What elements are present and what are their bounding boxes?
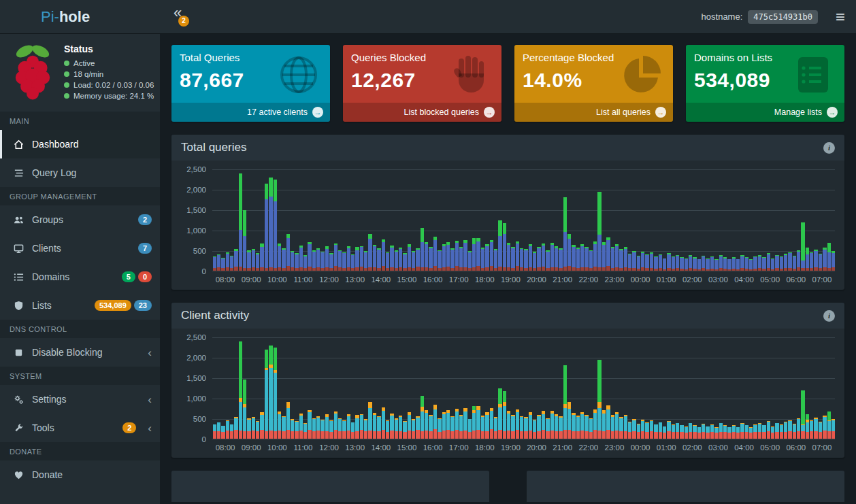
bar[interactable] <box>793 169 796 271</box>
bar[interactable] <box>567 337 571 439</box>
bar[interactable] <box>364 337 367 439</box>
bar[interactable] <box>468 169 472 271</box>
bar[interactable] <box>628 337 631 439</box>
bar[interactable] <box>710 337 714 439</box>
bar[interactable] <box>325 337 329 439</box>
bar[interactable] <box>576 169 580 271</box>
bar[interactable] <box>234 337 237 439</box>
bar[interactable] <box>706 169 709 271</box>
bar[interactable] <box>347 337 350 439</box>
bar[interactable] <box>710 169 714 271</box>
bar[interactable] <box>286 337 290 439</box>
bar[interactable] <box>355 169 359 271</box>
bar[interactable] <box>784 337 787 439</box>
bar[interactable] <box>767 337 770 439</box>
bar[interactable] <box>529 169 532 271</box>
bar[interactable] <box>676 337 679 439</box>
bar[interactable] <box>624 169 627 271</box>
bar[interactable] <box>342 169 346 271</box>
bar[interactable] <box>784 169 787 271</box>
bar[interactable] <box>654 337 657 439</box>
bar[interactable] <box>580 337 584 439</box>
bar[interactable] <box>672 169 675 271</box>
bar[interactable] <box>606 337 610 439</box>
bar[interactable] <box>624 337 627 439</box>
bar[interactable] <box>239 337 242 439</box>
bar[interactable] <box>832 337 835 439</box>
bar[interactable] <box>269 337 272 439</box>
bar[interactable] <box>689 337 692 439</box>
bar[interactable] <box>320 337 324 439</box>
bar[interactable] <box>485 169 489 271</box>
bar[interactable] <box>463 337 467 439</box>
bar[interactable] <box>390 169 393 271</box>
bar[interactable] <box>745 337 748 439</box>
bar[interactable] <box>507 169 510 271</box>
bar[interactable] <box>312 169 316 271</box>
bar[interactable] <box>412 169 415 271</box>
bar[interactable] <box>386 169 389 271</box>
bar[interactable] <box>749 169 753 271</box>
bar[interactable] <box>611 169 614 271</box>
bar[interactable] <box>827 169 831 271</box>
bar[interactable] <box>827 337 831 439</box>
bar[interactable] <box>295 337 298 439</box>
bar[interactable] <box>650 337 653 439</box>
blocked-queries-link[interactable]: List blocked queries → <box>343 103 501 122</box>
bar[interactable] <box>490 169 493 271</box>
bar[interactable] <box>308 337 311 439</box>
bar[interactable] <box>299 337 303 439</box>
active-clients-link[interactable]: 17 active clients → <box>171 103 330 122</box>
bar[interactable] <box>693 337 696 439</box>
bar[interactable] <box>550 169 554 271</box>
bar[interactable] <box>597 337 601 439</box>
bar[interactable] <box>446 337 450 439</box>
bar[interactable] <box>472 169 476 271</box>
sidebar-item-disable-blocking[interactable]: Disable Blocking ‹ <box>0 338 160 367</box>
bar[interactable] <box>567 169 571 271</box>
bar[interactable] <box>503 169 506 271</box>
bar[interactable] <box>580 169 584 271</box>
bar[interactable] <box>597 169 601 271</box>
bar[interactable] <box>736 337 740 439</box>
bar[interactable] <box>753 169 757 271</box>
bar[interactable] <box>408 337 411 439</box>
bar[interactable] <box>806 337 809 439</box>
bar[interactable] <box>611 337 614 439</box>
bar[interactable] <box>243 337 246 439</box>
bar[interactable] <box>368 337 372 439</box>
bar[interactable] <box>663 169 666 271</box>
bar[interactable] <box>221 169 225 271</box>
bar[interactable] <box>433 337 437 439</box>
bar[interactable] <box>399 169 402 271</box>
bar[interactable] <box>342 337 346 439</box>
bar[interactable] <box>498 169 501 271</box>
bar[interactable] <box>632 337 636 439</box>
bar[interactable] <box>416 337 419 439</box>
bar[interactable] <box>672 337 675 439</box>
bar[interactable] <box>797 337 800 439</box>
bar[interactable] <box>819 169 822 271</box>
bar[interactable] <box>524 337 527 439</box>
bar[interactable] <box>689 169 692 271</box>
sidebar-item-lists[interactable]: Lists 534,089 23 <box>0 291 160 320</box>
sidebar-item-donate[interactable]: Donate <box>0 460 160 489</box>
bar[interactable] <box>329 337 333 439</box>
bar[interactable] <box>312 337 316 439</box>
bar[interactable] <box>714 337 718 439</box>
bar[interactable] <box>758 169 761 271</box>
bar[interactable] <box>269 169 272 271</box>
bar[interactable] <box>771 169 774 271</box>
bar[interactable] <box>680 337 683 439</box>
bar[interactable] <box>797 169 800 271</box>
bar[interactable] <box>265 169 268 271</box>
bar[interactable] <box>546 337 549 439</box>
bar[interactable] <box>550 337 554 439</box>
bar[interactable] <box>316 337 320 439</box>
bar[interactable] <box>559 337 562 439</box>
bar[interactable] <box>421 337 424 439</box>
bar[interactable] <box>762 169 766 271</box>
bar[interactable] <box>303 337 307 439</box>
bar[interactable] <box>788 337 791 439</box>
bar[interactable] <box>274 169 277 271</box>
